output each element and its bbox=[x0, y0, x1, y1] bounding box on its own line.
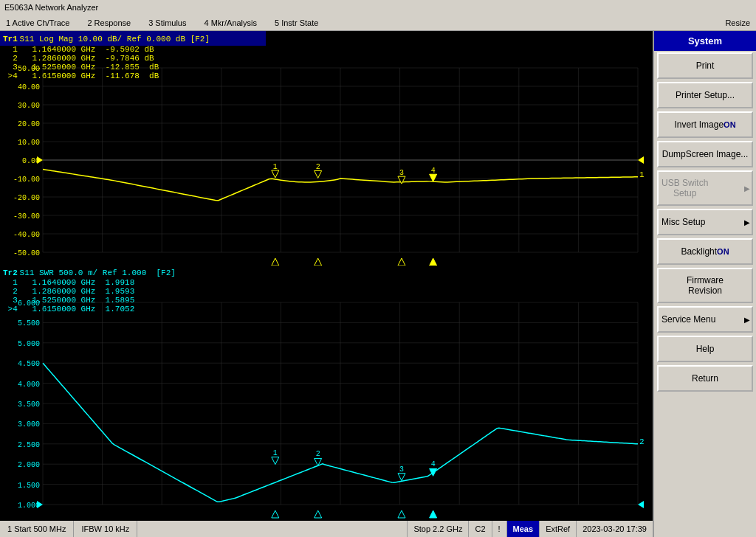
status-ifbw: IFBW 10 kHz bbox=[74, 521, 137, 537]
status-meas[interactable]: Meas bbox=[506, 521, 540, 537]
status-extref: ExtRef bbox=[539, 521, 576, 537]
panel-title: System bbox=[654, 31, 756, 51]
status-right: Stop 2.2 GHz C2 ! Meas ExtRef 2023-03-20… bbox=[407, 521, 653, 537]
misc-setup-arrow: ▶ bbox=[744, 218, 750, 226]
menu-bar: 1 Active Ch/Trace 2 Response 3 Stimulus … bbox=[0, 15, 756, 31]
menu-mkr[interactable]: 4 Mkr/Analysis bbox=[201, 18, 260, 28]
main-content: 1 Start 500 MHz IFBW 10 kHz Stop 2.2 GHz… bbox=[0, 31, 756, 537]
menu-active-ch[interactable]: 1 Active Ch/Trace bbox=[3, 18, 72, 28]
printer-setup-button[interactable]: Printer Setup... bbox=[657, 82, 753, 108]
status-datetime: 2023-03-20 17:39 bbox=[576, 521, 653, 537]
status-start: 1 Start 500 MHz bbox=[0, 521, 74, 537]
top-chart-canvas bbox=[0, 31, 653, 266]
menu-stimulus[interactable]: 3 Stimulus bbox=[145, 18, 189, 28]
service-menu-button[interactable]: Service Menu ▶ bbox=[657, 306, 753, 333]
status-bar: 1 Start 500 MHz IFBW 10 kHz Stop 2.2 GHz… bbox=[0, 521, 653, 537]
right-panel: System Print Printer Setup... Invert Ima… bbox=[653, 31, 756, 537]
status-excl: ! bbox=[492, 521, 506, 537]
invert-image-button[interactable]: Invert Image ON bbox=[657, 111, 753, 138]
return-button[interactable]: Return bbox=[657, 365, 753, 392]
menu-response[interactable]: 2 Response bbox=[84, 18, 134, 28]
chart-area: 1 Start 500 MHz IFBW 10 kHz Stop 2.2 GHz… bbox=[0, 31, 653, 537]
help-button[interactable]: Help bbox=[657, 336, 753, 362]
status-stop: Stop 2.2 GHz bbox=[407, 521, 468, 537]
backlight-button[interactable]: Backlight ON bbox=[657, 238, 753, 265]
usb-switch-button: USB SwitchSetup ▶ bbox=[657, 170, 753, 206]
service-menu-arrow: ▶ bbox=[744, 316, 750, 324]
firmware-revision-button[interactable]: FirmwareRevision bbox=[657, 268, 753, 303]
title-bar: E5063A Network Analyzer bbox=[0, 0, 756, 15]
misc-setup-button[interactable]: Misc Setup ▶ bbox=[657, 209, 753, 235]
print-button[interactable]: Print bbox=[657, 52, 753, 79]
bottom-chart-canvas bbox=[0, 266, 653, 521]
status-c2: C2 bbox=[468, 521, 491, 537]
menu-instr[interactable]: 5 Instr State bbox=[272, 18, 321, 28]
usb-switch-arrow: ▶ bbox=[744, 184, 750, 193]
resize-button[interactable]: Resize bbox=[722, 18, 753, 28]
app-title: E5063A Network Analyzer bbox=[4, 3, 98, 12]
dump-screen-button[interactable]: Dump Screen Image... bbox=[657, 141, 753, 167]
